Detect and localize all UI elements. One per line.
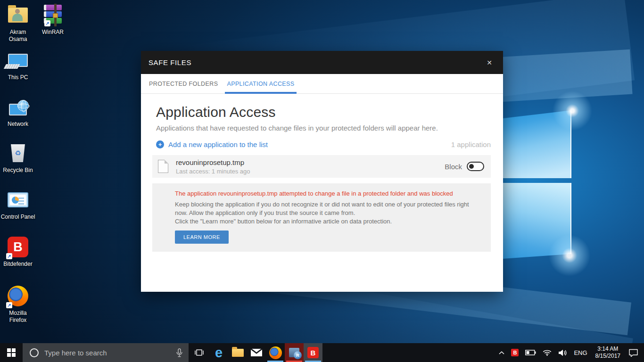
- start-button[interactable]: [0, 343, 23, 362]
- taskbar-mail-button[interactable]: [247, 343, 266, 362]
- plus-icon[interactable]: +: [156, 140, 164, 148]
- firefox-icon: [269, 346, 282, 359]
- tray-wifi-button[interactable]: [539, 343, 555, 362]
- control-panel-icon: [6, 189, 30, 211]
- page-title: Application Access: [156, 104, 491, 120]
- learn-more-button[interactable]: LEARN MORE: [175, 230, 229, 244]
- block-control: Block: [445, 162, 484, 171]
- desktop-icon-winrar[interactable]: ↗ WinRAR: [35, 4, 71, 36]
- tray-language-button[interactable]: ENG: [570, 343, 590, 362]
- task-view-icon: [194, 349, 204, 356]
- wifi-icon: [543, 349, 552, 356]
- mail-icon: [251, 349, 262, 356]
- application-name: revouninprosetup.tmp: [176, 158, 250, 166]
- clock-time: 3:14 AM: [597, 346, 618, 353]
- safe-files-dialog: SAFE FILES ✕ PROTECTED FOLDERS APPLICATI…: [141, 51, 503, 292]
- firefox-icon: ↗: [6, 285, 30, 307]
- application-count: 1 application: [451, 140, 491, 148]
- language-label: ENG: [574, 349, 587, 356]
- clock-date: 8/15/2017: [595, 353, 620, 360]
- dialog-header: SAFE FILES ✕: [141, 51, 503, 74]
- desktop-icon-network[interactable]: Network: [0, 96, 36, 128]
- block-toggle[interactable]: [467, 162, 484, 171]
- bitdefender-icon: B: [307, 347, 319, 358]
- bitdefender-icon: B ↗: [6, 236, 30, 258]
- this-pc-icon: [6, 49, 30, 72]
- taskbar-edge-button[interactable]: e: [209, 343, 228, 362]
- add-application-link[interactable]: Add a new application to the list: [168, 140, 268, 148]
- taskbar-firefox-button[interactable]: [266, 343, 285, 362]
- taskbar-revo-button[interactable]: R: [285, 343, 304, 362]
- desktop-icon-label: Recycle Bin: [3, 167, 33, 174]
- notification-icon: [628, 349, 638, 357]
- page-subtitle: Applications that have requested to chan…: [156, 124, 491, 132]
- action-center-button[interactable]: [625, 343, 644, 362]
- desktop-icon-firefox[interactable]: ↗ Mozilla Firefox: [0, 285, 36, 324]
- desktop-icon-label: Akram Osama: [0, 29, 36, 43]
- network-icon: [6, 96, 30, 118]
- desktop-icon-label: Mozilla Firefox: [0, 310, 36, 324]
- taskbar-bitdefender-button[interactable]: B: [304, 343, 322, 362]
- winrar-icon: ↗: [41, 4, 65, 26]
- windows-logo-icon: [7, 348, 16, 357]
- windows-logo-top-pane: [496, 110, 571, 178]
- recycle-bin-icon: ♻: [6, 142, 30, 165]
- tray-volume-button[interactable]: [555, 343, 570, 362]
- shortcut-arrow-icon: ↗: [44, 20, 50, 26]
- taskbar: e R B B: [0, 343, 644, 362]
- taskbar-file-explorer-button[interactable]: [228, 343, 247, 362]
- tray-bitdefender-button[interactable]: B: [508, 343, 522, 362]
- recycle-symbol-icon: ♻: [15, 149, 21, 157]
- toggle-knob-icon: [469, 164, 474, 169]
- block-label: Block: [445, 163, 462, 171]
- bitdefender-tray-icon: B: [511, 349, 519, 356]
- taskbar-search[interactable]: [23, 343, 189, 362]
- desktop-icon-label: Control Panel: [1, 214, 35, 221]
- task-view-button[interactable]: [189, 343, 209, 362]
- desktop-icon-recycle-bin[interactable]: ♻ Recycle Bin: [0, 142, 36, 174]
- desktop-icon-control-panel[interactable]: Control Panel: [0, 189, 36, 221]
- battery-icon: [525, 350, 536, 355]
- edge-icon: e: [215, 346, 223, 360]
- search-input[interactable]: [44, 349, 170, 357]
- microphone-icon: [176, 348, 182, 357]
- windows-logo-bottom-pane: [496, 183, 571, 259]
- user-folder-icon: [6, 4, 30, 26]
- system-tray: B: [495, 343, 644, 362]
- dialog-tabbar: PROTECTED FOLDERS APPLICATION ACCESS: [141, 74, 503, 94]
- revo-uninstaller-icon: R: [289, 348, 299, 357]
- tab-application-access[interactable]: APPLICATION ACCESS: [226, 81, 295, 93]
- alert-body: Keep blocking the application if you do …: [175, 200, 473, 217]
- dialog-title: SAFE FILES: [149, 58, 191, 66]
- tray-battery-button[interactable]: [522, 343, 539, 362]
- desktop-icon-label: Bitdefender: [3, 261, 32, 268]
- desktop-icon-label: WinRAR: [42, 29, 64, 36]
- add-application-row: + Add a new application to the list 1 ap…: [156, 140, 491, 148]
- tray-clock[interactable]: 3:14 AM 8/15/2017: [591, 346, 625, 360]
- dialog-body: Application Access Applications that hav…: [141, 94, 503, 252]
- desktop-icon-user-folder[interactable]: Akram Osama: [0, 4, 36, 43]
- cortana-icon: [30, 348, 39, 357]
- speaker-icon: [558, 349, 567, 356]
- tray-chevron-button[interactable]: [495, 343, 508, 362]
- alert-body-2: Click the "Learn more" button below for …: [175, 217, 473, 226]
- blocked-alert-panel: The application revouninprosetup.tmp att…: [152, 183, 491, 252]
- close-icon[interactable]: ✕: [483, 59, 495, 66]
- alert-title: The application revouninprosetup.tmp att…: [175, 189, 479, 198]
- file-icon: [158, 160, 168, 173]
- application-meta: revouninprosetup.tmp Last access: 1 minu…: [176, 158, 250, 175]
- shortcut-arrow-icon: ↗: [6, 253, 12, 259]
- desktop-icon-label: Network: [8, 121, 28, 128]
- desktop-icon-label: This PC: [8, 74, 28, 81]
- shortcut-arrow-icon: ↗: [6, 302, 12, 308]
- desktop-icon-bitdefender[interactable]: B ↗ Bitdefender: [0, 236, 36, 268]
- chevron-up-icon: [499, 351, 504, 354]
- screen: Akram Osama ↗ WinRAR This PC Network ♻ R…: [0, 0, 644, 362]
- file-explorer-icon: [232, 349, 244, 357]
- application-last-access: Last access: 1 minutes ago: [176, 168, 250, 175]
- application-row[interactable]: revouninprosetup.tmp Last access: 1 minu…: [152, 155, 491, 178]
- desktop-icon-this-pc[interactable]: This PC: [0, 49, 36, 81]
- tab-protected-folders[interactable]: PROTECTED FOLDERS: [148, 81, 219, 93]
